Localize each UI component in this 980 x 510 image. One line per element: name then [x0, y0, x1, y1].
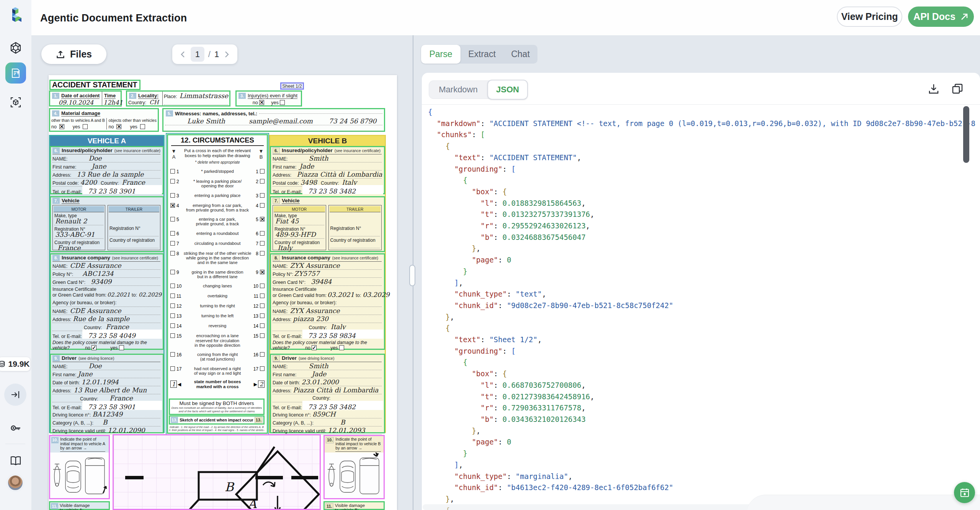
vehicle-b-column: VEHICLE B 6.Insured/policyholder(see ins…: [269, 135, 386, 433]
collapse-icon: [10, 390, 20, 400]
circumstance-row: 12 turning to the right 12: [170, 303, 265, 309]
impact-point-b: 10.Indicate the point of initial impact …: [323, 435, 385, 499]
circumstance-row: 1 * parked/stopped 1: [170, 169, 265, 174]
vehicle-outlines-a: [50, 453, 109, 495]
vehicle-a-driver: 9.Driver(see driving licence) NAME:Doe F…: [50, 354, 164, 433]
download-icon: [927, 82, 940, 95]
current-page[interactable]: 1: [191, 47, 204, 62]
impact-point-a: 10.Indicate the point of initial impact …: [49, 435, 110, 499]
form-field-date: 1.Date of accident 09.10.2024 Time 12h41: [49, 90, 122, 107]
form-title: ACCIDENT STATEMENT: [49, 80, 140, 90]
vehicle-a-header: VEHICLE A: [50, 136, 163, 146]
vehicle-b-insured: 6.Insured/policyholder(see insurance cer…: [270, 146, 385, 194]
form-field-locality: 2.Locality: Country:CH Place:Limmatstras…: [126, 90, 230, 107]
calendar-icon: [959, 487, 970, 498]
credits-count: 19.9K: [8, 359, 29, 369]
user-avatar[interactable]: [6, 474, 24, 492]
files-button[interactable]: Files: [41, 44, 106, 64]
sketch-notes: Indicate : 1. the layout of the road - 2…: [169, 426, 265, 432]
bottom-overlay: [746, 495, 980, 510]
json-output[interactable]: { "markdown": "ACCIDENT STATEMENT <!-- t…: [428, 105, 975, 510]
circumstance-row: 8 striking the rear of the other vehicle…: [170, 251, 265, 265]
circumstance-row: 17 had not observed a right of way sign …: [170, 366, 265, 376]
header: Agentic Document Extraction View Pricing…: [0, 0, 980, 35]
output-card: Markdown JSON { "markdown": "ACCIDENT ST…: [422, 73, 980, 510]
circumstance-row: 3 entering a parking place 3: [170, 193, 265, 198]
total-pages: 1: [214, 49, 219, 59]
form-field-material-damage: 4.Material damage other than to vehicles…: [49, 108, 159, 132]
mode-tabs: Parse Extract Chat: [421, 45, 537, 64]
sketch-header: 13. Sketch of accident when impact occur…: [169, 415, 265, 425]
circumstance-row: 5 entering a car park, private ground, a…: [170, 217, 265, 226]
page-title: Agentic Document Extraction: [40, 12, 187, 24]
circumstance-row: 7 circulating a roundabout 7: [170, 241, 265, 246]
external-link-icon: [960, 13, 969, 21]
tab-parse[interactable]: Parse: [421, 45, 461, 64]
vertical-scrollbar[interactable]: [963, 106, 969, 163]
panel-divider-handle[interactable]: [409, 265, 415, 286]
docs-book-icon[interactable]: [9, 454, 22, 467]
svg-text:B: B: [225, 480, 235, 494]
visible-damage-b: 11.Visible damage to vehicle B:: [323, 501, 385, 510]
doc-extraction-tool-icon[interactable]: [5, 62, 26, 84]
circumstance-row: 15 encroaching on a lane reserved for ci…: [170, 333, 265, 348]
vehicle-b-header: VEHICLE B: [270, 136, 385, 146]
vehicle-a-insurance: 8.Insurance company(see insurance certif…: [50, 253, 164, 350]
credits-icon: [0, 361, 5, 367]
copy-icon: [951, 82, 964, 95]
visible-damage-a: 11.Visible damage to vehicle A:: [49, 501, 110, 510]
form-field-injury: 3.Injury(es) even if slight no yes: [235, 90, 302, 107]
copy-button[interactable]: [951, 82, 966, 98]
totals-row: 1◀ state number of boxes marked with a c…: [170, 379, 265, 389]
circumstance-row: 10 changing lanes 10: [170, 284, 265, 289]
vehicle-b-driver: 9.Driver(see driving licence) NAME:Smith…: [270, 354, 385, 433]
circumstance-row: 2 * leaving a parking place/ opening the…: [170, 179, 265, 189]
upload-icon: [56, 50, 65, 59]
vehicle-a-vehicle: 7.Vehicle MOTOR Make, type Renault 2 Reg…: [50, 196, 164, 252]
code-separator: [422, 104, 980, 105]
download-button[interactable]: [927, 82, 942, 98]
document-preview[interactable]: ACCIDENT STATEMENT Sheet 1/2 1.Date of a…: [49, 75, 397, 510]
platform-icon[interactable]: [9, 41, 22, 54]
circumstance-row: 13 turning to the left 13: [170, 313, 265, 319]
output-format-toggle: Markdown JSON: [429, 80, 528, 99]
api-key-icon[interactable]: [9, 421, 22, 435]
signed-note: Must be signed by BOTH drivers Does not …: [169, 398, 265, 415]
vehicle-outlines-b: [325, 453, 383, 495]
circumstance-row: 9 going in the same direction but in a d…: [170, 270, 265, 279]
page-navigator: 1 / 1: [172, 44, 237, 64]
accident-sketch: B A: [113, 434, 321, 510]
toggle-markdown[interactable]: Markdown: [429, 85, 487, 95]
vehicle-b-vehicle: 7.Vehicle MOTOR Make, type Fiat 45 Regis…: [270, 196, 385, 252]
api-docs-button[interactable]: API Docs: [908, 7, 974, 27]
circumstance-row: 4 emerging from a car park, from private…: [170, 203, 265, 213]
form-sheet-label: Sheet 1/2: [280, 82, 304, 90]
collapse-sidebar-button[interactable]: [4, 384, 26, 406]
prev-page-icon[interactable]: [179, 51, 187, 58]
form-field-witnesses: 5.Witnesses: names, addresses, tel.: Luk…: [162, 108, 385, 132]
sidebar: 19.9K: [0, 0, 31, 510]
landingai-logo[interactable]: [9, 8, 22, 21]
toggle-json[interactable]: JSON: [487, 80, 528, 100]
view-pricing-button[interactable]: View Pricing: [837, 7, 902, 27]
vehicle-a-insured: 6.Insured/policyholder(see insurance cer…: [50, 146, 164, 194]
circumstance-row: 6 entering a roundabout 6: [170, 231, 265, 236]
object-detection-icon[interactable]: [9, 96, 22, 109]
next-page-icon[interactable]: [223, 51, 230, 58]
tab-chat[interactable]: Chat: [503, 45, 537, 64]
vehicle-b-insurance: 8.Insurance company(see insurance certif…: [270, 253, 385, 350]
circumstances-column: 12. CIRCUMSTANCES ▼A Put a cross in each…: [167, 134, 268, 434]
circumstance-row: 11 overtaking 11: [170, 294, 265, 299]
circumstance-row: 16 coming from the right (at road juncti…: [170, 352, 265, 362]
credits-badge[interactable]: 19.9K: [0, 357, 31, 371]
sidebar-divider: [5, 444, 25, 444]
tab-extract[interactable]: Extract: [461, 45, 503, 64]
svg-text:A: A: [247, 497, 257, 509]
schedule-fab[interactable]: [954, 482, 975, 503]
circumstance-row: 14 reversing 14: [170, 323, 265, 329]
vehicle-a-column: VEHICLE A 6.Insured/policyholder(see ins…: [49, 135, 165, 433]
